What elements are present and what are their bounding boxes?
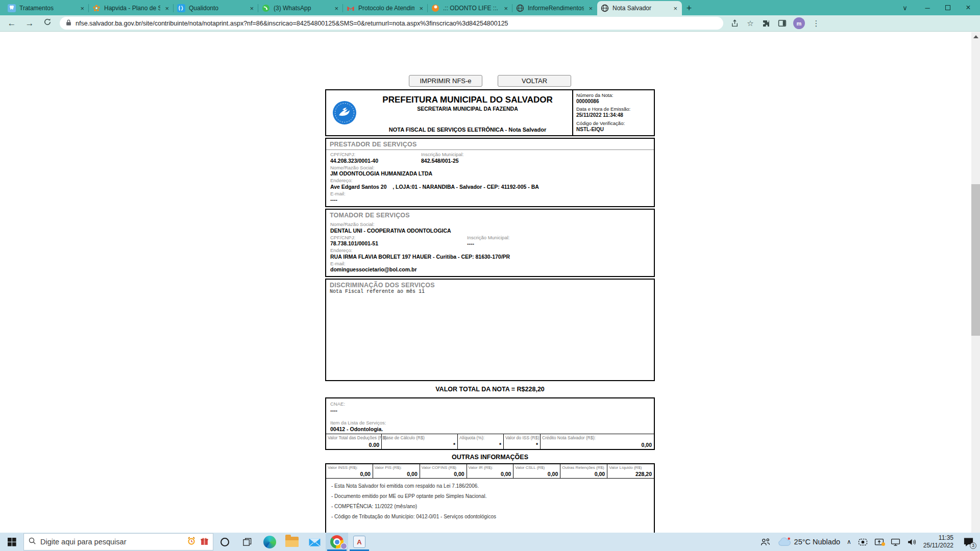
cell-value: * [536,442,538,448]
emissao-value: 25/11/2022 11:34:48 [576,112,623,118]
windows-logo-icon [8,538,16,546]
whatsapp-icon [262,4,270,12]
page-content: IMPRIMIR NFS-e VOLTAR PREFEITURA MUNICIP… [0,32,980,533]
screen-share-icon[interactable] [874,538,884,546]
taskbar-mail-button[interactable] [303,533,326,551]
prestador-section-title: PRESTADOR DE SERVIÇOS [326,139,654,150]
valor-total-line: VALOR TOTAL DA NOTA = R$228,20 [325,386,655,393]
volume-icon[interactable] [907,538,917,546]
tray-chevron-up-icon[interactable]: ∧ [847,538,851,545]
tab-hapvida[interactable]: Hapvida - Plano de Saúde × [89,1,174,15]
voltar-button[interactable]: VOLTAR [498,75,571,87]
cell-label: Alíquota (%): [459,435,484,440]
search-placeholder: Digite aqui para pesquisar [40,538,183,546]
reload-button[interactable] [42,18,53,29]
item-lista-label: Item da Lista de Serviços: [330,420,650,426]
note-line: - COMPETÊNCIA: 11/2022 (mês/ano) [331,504,649,509]
cloud-icon [777,537,791,547]
cell-label: Valor do ISS (R$): [505,435,540,440]
url-bar[interactable]: nfse.salvador.ba.gov.br/site/contribuint… [60,17,723,30]
tab-close-icon[interactable]: × [587,5,594,12]
tab-title: Hapvida - Plano de Saúde [104,5,160,12]
prestador-cpf-label: CPF/CNPJ: [330,152,421,158]
taskbar-clock[interactable]: 11:35 25/11/2022 [923,534,953,549]
taskbar-file-explorer-button[interactable] [281,533,303,551]
window-minimize-button[interactable]: ─ [923,4,932,12]
cell-label: Valor Líquido (R$) [609,465,642,470]
tab-close-icon[interactable]: × [418,5,424,12]
cell-value: 0,00 [360,471,370,477]
network-icon[interactable] [891,538,900,546]
tab-nota-salvador[interactable]: Nota Salvador × [597,1,682,15]
tomador-email-value: dominguessocietario@bol.com.br [330,266,650,273]
side-panel-icon[interactable] [777,19,787,28]
taskbar-cortana-button[interactable] [213,533,236,551]
taskbar-search-box[interactable]: Digite aqui para pesquisar [23,533,213,550]
discriminacao-text: Nota Fiscal referente ao mês 11 [326,289,654,294]
page-scrollbar[interactable] [971,32,980,533]
share-icon[interactable] [730,19,739,28]
window-restore-button[interactable] [945,5,950,10]
notification-center-icon[interactable]: 3 [963,537,974,547]
deducoes-table-row: Valor Total das Deduções (R$): 0.00 Base… [326,434,654,449]
tab-protocolo[interactable]: Protocolo de Atendimento × [343,1,428,15]
tab-close-icon[interactable]: × [249,5,255,12]
tab-close-icon[interactable]: × [164,5,170,12]
prestador-email-label: E-mail: [330,191,650,197]
scrollbar-thumb[interactable] [971,184,980,336]
weather-widget[interactable]: 25°C Nublado [777,537,840,547]
forward-button[interactable]: → [24,18,35,29]
lock-icon [66,19,71,28]
cell-label: Valor COFINS (R$) [422,465,456,470]
tab-close-icon[interactable]: × [503,5,509,12]
tab-close-icon[interactable]: × [333,5,339,12]
discriminacao-section-title: DISCRIMINAÇÃO DOS SERVIÇOS [326,280,654,289]
taskbar-chrome-button[interactable] [326,533,348,551]
cell-value: 228,20 [635,471,652,477]
table-cell: Valor Total das Deduções (R$): 0.00 [326,434,382,449]
windows-taskbar: Digite aqui para pesquisar A 25°C Nublad… [0,533,980,551]
tab-close-icon[interactable]: × [79,5,85,12]
photo-viewer-icon: A [353,536,365,548]
taskbar-task-view-button[interactable] [236,533,258,551]
tab-informe-rendimentos[interactable]: InformeRendimentos (10).p × [512,1,597,15]
bookmark-star-icon[interactable]: ☆ [746,19,755,28]
search-icon [28,537,36,547]
cell-label: Valor IR (R$): [469,465,493,470]
table-cell: Alíquota (%): * [458,434,504,449]
screen-record-icon[interactable] [858,538,868,546]
table-cell: Valor CSLL (R$)0,00 [513,464,560,478]
table-cell: Crédito Nota Salvador (R$): 0,00 [541,434,654,449]
tab-whatsapp[interactable]: (3) WhatsApp × [258,1,343,15]
cell-value: 0,00 [548,471,558,477]
window-close-button[interactable]: × [964,3,973,12]
tab-tratamentos[interactable]: Tratamentos × [4,1,89,15]
menu-dots-icon[interactable]: ⋮ [812,19,821,28]
start-button[interactable] [0,533,23,551]
prestador-nome-label: Nome/Razão Social: [330,165,650,171]
tab-odontolife[interactable]: .:: ODONTO LIFE ::. × [428,1,512,15]
new-tab-button[interactable]: + [682,1,696,15]
cell-value: 0,00 [642,442,652,448]
secretaria-subtitle: SECRETARIA MUNICIPAL DA FAZENDA [363,106,572,112]
table-cell: Valor PIS (R$):0,00 [373,464,420,478]
taskbar-edge-button[interactable] [258,533,281,551]
profile-avatar[interactable]: m [793,17,805,29]
people-icon[interactable] [760,538,771,546]
tomador-endereco-value: RUA IRMA FLAVIA BORLET 197 HAUER - Curit… [330,254,650,261]
extensions-icon[interactable] [762,19,771,28]
globe-icon [601,4,609,12]
back-button[interactable]: ← [6,18,17,29]
tab-qualidonto[interactable]: Qualidonto × [174,1,258,15]
note-line: - Documento emitido por ME ou EPP optant… [331,493,649,499]
prestador-cpf-value: 44.208.323/0001-40 [330,158,421,165]
tab-search-chevron-icon[interactable]: ∨ [900,4,910,12]
note-line: - Código de Tributação do Município: 041… [331,514,649,519]
taskbar-photo-viewer-button[interactable]: A [348,533,371,551]
chrome-profile-badge [340,543,347,549]
tab-close-icon[interactable]: × [672,5,678,12]
globe-icon [516,4,524,12]
print-nfse-button[interactable]: IMPRIMIR NFS-e [409,75,482,87]
scrollbar-up-arrow[interactable] [973,35,978,38]
prestador-email-value: ---- [330,196,650,204]
